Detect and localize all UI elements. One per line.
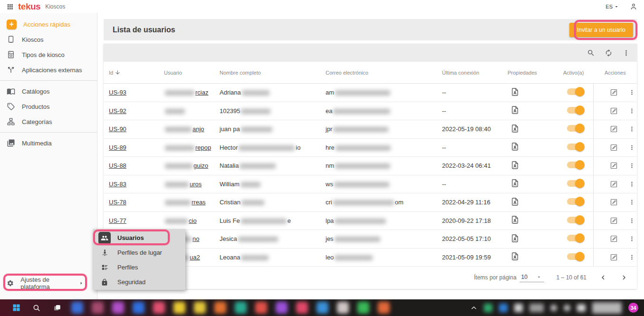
active-toggle[interactable] (567, 162, 583, 168)
taskbar-app-icon[interactable] (255, 302, 267, 314)
active-toggle[interactable] (567, 217, 583, 223)
active-toggle[interactable] (567, 235, 583, 241)
cell-propiedades[interactable] (508, 179, 563, 189)
user-id-link[interactable]: US-83 (109, 181, 126, 188)
tray-app-icon[interactable] (499, 304, 508, 312)
cell-propiedades[interactable] (508, 105, 563, 116)
sidebar-item-acciones-rapidas[interactable]: + Acciones rápidas (0, 17, 97, 32)
column-header-correo[interactable]: Correo electrónico (326, 70, 442, 76)
column-header-usuario[interactable]: Usuario (164, 70, 220, 76)
taskbar-app-icon[interactable] (153, 302, 165, 314)
taskbar-app-icon[interactable] (92, 302, 104, 314)
edit-icon[interactable] (610, 198, 618, 206)
active-toggle[interactable] (567, 198, 583, 205)
refresh-icon[interactable] (605, 49, 613, 57)
edit-icon[interactable] (610, 144, 618, 152)
task-view-icon[interactable] (50, 301, 64, 315)
row-more-options-icon[interactable] (628, 254, 635, 261)
taskbar-app-icon[interactable] (296, 302, 308, 314)
edit-icon[interactable] (610, 107, 618, 115)
taskbar-app-icon[interactable] (235, 302, 247, 314)
username-link[interactable]: no (192, 235, 199, 242)
cell-propiedades[interactable] (508, 161, 563, 171)
column-header-nombre[interactable]: Nombre completo (220, 70, 326, 76)
taskbar-app-icon[interactable] (337, 302, 349, 314)
edit-icon[interactable] (610, 235, 618, 243)
cell-propiedades[interactable] (508, 124, 563, 134)
active-toggle[interactable] (567, 144, 583, 150)
submenu-item-usuarios[interactable]: Usuarios (93, 230, 185, 245)
tray-app-icon[interactable] (484, 304, 492, 312)
row-more-options-icon[interactable] (628, 125, 635, 133)
search-icon[interactable] (587, 49, 595, 57)
sidebar-item-tipos-de-kiosco[interactable]: Tipos de kiosco (0, 47, 97, 62)
column-header-ultima-conexion[interactable]: Última conexión (442, 70, 508, 76)
more-options-icon[interactable] (622, 49, 630, 57)
user-id-link[interactable]: US-77 (109, 217, 126, 224)
row-more-options-icon[interactable] (628, 217, 635, 224)
taskbar-app-icon[interactable] (133, 302, 144, 314)
start-button[interactable] (10, 301, 23, 315)
previous-page-icon[interactable] (599, 273, 607, 282)
invite-user-button[interactable]: Invitar a un usuario (569, 23, 633, 37)
active-toggle[interactable] (567, 125, 583, 132)
username-link[interactable]: guizo (193, 162, 208, 169)
username-link[interactable]: anjo (192, 125, 204, 133)
cell-propiedades[interactable] (508, 142, 563, 153)
tray-language-indicator[interactable] (529, 304, 544, 312)
sidebar-item-kioscos[interactable]: Kioscos (0, 32, 97, 47)
active-toggle[interactable] (567, 88, 583, 95)
active-toggle[interactable] (567, 107, 583, 114)
user-id-link[interactable]: US-93 (109, 89, 126, 96)
username-link[interactable]: rciaz (195, 89, 208, 96)
submenu-item-perfiles-de-lugar[interactable]: Perfiles de lugar (93, 245, 185, 260)
edit-icon[interactable] (610, 125, 618, 133)
cell-propiedades[interactable] (508, 215, 563, 226)
taskbar-app-icon[interactable] (378, 302, 390, 314)
network-icon[interactable] (550, 305, 557, 311)
row-more-options-icon[interactable] (628, 144, 635, 151)
edit-icon[interactable] (610, 217, 618, 225)
edit-icon[interactable] (610, 180, 618, 188)
sidebar-item-categorias[interactable]: Categorías (0, 114, 97, 129)
row-more-options-icon[interactable] (628, 162, 635, 169)
tray-chevron-up-icon[interactable] (471, 305, 477, 311)
user-id-link[interactable]: US-88 (109, 162, 126, 169)
row-more-options-icon[interactable] (628, 235, 635, 242)
notification-count-badge[interactable]: 34 (628, 303, 638, 313)
taskbar-app-icon[interactable] (194, 302, 206, 314)
edit-icon[interactable] (610, 88, 618, 96)
cell-propiedades[interactable] (508, 197, 563, 208)
submenu-item-seguridad[interactable]: Seguridad (93, 275, 185, 289)
taskbar-search-icon[interactable] (30, 301, 43, 315)
row-more-options-icon[interactable] (628, 89, 635, 96)
active-toggle[interactable] (567, 180, 583, 187)
username-link[interactable]: ua2 (190, 254, 200, 261)
row-more-options-icon[interactable] (628, 199, 635, 206)
taskbar-app-icon[interactable] (317, 302, 328, 314)
battery-icon[interactable] (577, 304, 586, 312)
submenu-item-perfiles[interactable]: Perfiles (93, 260, 185, 275)
row-more-options-icon[interactable] (628, 181, 635, 188)
next-page-icon[interactable] (620, 273, 628, 282)
tray-app-icon[interactable] (514, 304, 523, 312)
edit-icon[interactable] (610, 253, 618, 261)
active-toggle[interactable] (567, 253, 583, 260)
cell-propiedades[interactable] (508, 87, 563, 98)
user-id-link[interactable]: US-92 (109, 107, 126, 115)
edit-icon[interactable] (610, 162, 618, 170)
taskbar-app-icon[interactable] (173, 302, 185, 314)
username-link[interactable]: repop (195, 144, 211, 151)
volume-icon[interactable] (564, 305, 570, 311)
taskbar-app-icon[interactable] (276, 302, 288, 314)
language-selector[interactable]: ES (606, 4, 619, 10)
sidebar-item-productos[interactable]: Productos (0, 99, 97, 114)
user-id-link[interactable]: US-78 (109, 199, 126, 206)
row-more-options-icon[interactable] (628, 107, 635, 115)
user-id-link[interactable]: US-89 (109, 144, 126, 151)
username-link[interactable]: uros (190, 181, 202, 188)
sidebar-item-aplicaciones-externas[interactable]: Aplicaciones externas (0, 62, 97, 77)
column-header-id[interactable]: Id (104, 69, 164, 76)
cell-propiedades[interactable] (508, 252, 563, 262)
username-link[interactable]: rreas (192, 199, 206, 206)
